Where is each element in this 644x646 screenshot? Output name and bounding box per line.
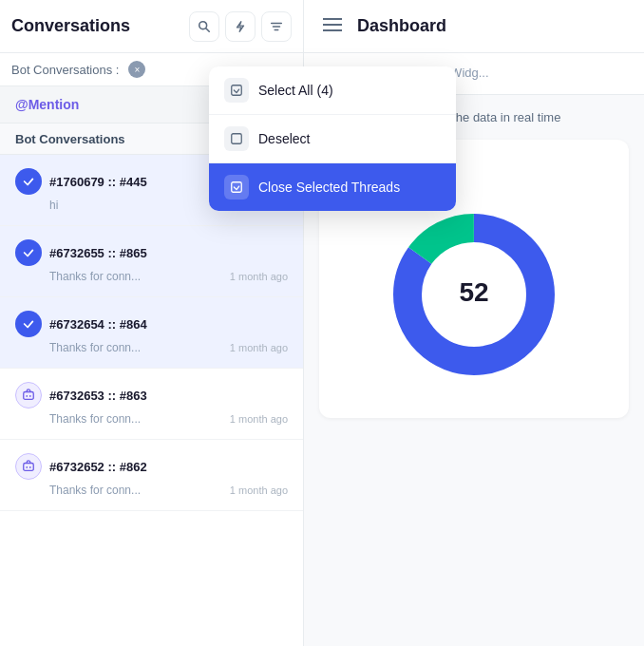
conversation-id: #6732653 :: #863 [49,389,288,403]
filter-button[interactable] [261,11,292,42]
avatar [15,382,42,408]
svg-line-1 [206,28,210,31]
list-item[interactable]: #6732652 :: #862 Thanks for conn... 1 mo… [0,440,303,511]
conversation-id: #6732654 :: #864 [49,317,288,332]
dashboard-title: Dashboard [357,16,446,36]
avatar [15,168,42,195]
svg-rect-8 [24,464,34,471]
hamburger-icon[interactable] [323,16,342,36]
conversation-preview: Thanks for conn... [49,341,141,354]
svg-rect-13 [232,86,242,96]
dropdown-item-label-1: Deselect [258,131,310,146]
conversation-time: 1 month ago [230,484,288,496]
bot-conversations-title: Bot Conversations [15,132,125,146]
svg-point-7 [29,395,31,397]
lightning-button[interactable] [225,11,256,42]
list-item[interactable]: #6732655 :: #865 Thanks for conn... 1 mo… [0,226,303,297]
dropdown-item-icon-1 [224,126,249,151]
svg-point-9 [26,466,28,468]
dropdown-item-label-0: Select All (4) [258,83,333,98]
conversation-id: #6732655 :: #865 [49,246,288,260]
svg-point-6 [26,395,28,397]
search-button[interactable] [189,11,219,42]
dropdown-item-icon-0 [224,78,249,103]
dropdown-item-1[interactable]: Deselect [209,115,456,163]
dropdown-item-label-2: Close Selected Threads [258,180,400,195]
conversation-time: 1 month ago [230,342,288,353]
conversation-id: #6732652 :: #862 [49,460,288,474]
conversation-time: 1 month ago [230,271,288,282]
dropdown-menu: Select All (4)DeselectClose Selected Thr… [209,66,456,211]
conversation-time: 1 month ago [230,413,288,425]
conversation-preview: hi [49,199,58,212]
dropdown-item-2[interactable]: Close Selected Threads [209,163,456,211]
chart-center-value: 52 [459,277,488,307]
dropdown-item-0[interactable]: Select All (4) [209,66,456,115]
filter-close-button[interactable]: × [128,61,145,78]
mention-label: @Mention [15,97,79,112]
dropdown-item-icon-2 [224,175,249,200]
conversations-title: Conversations [11,16,189,36]
list-item[interactable]: #6732654 :: #864 Thanks for conn... 1 mo… [0,297,303,369]
svg-rect-14 [232,134,242,144]
conversation-list: #1760679 :: #445 Sup... hi 3 days ago #6… [0,155,303,646]
conversation-preview: Thanks for conn... [49,270,141,283]
svg-point-10 [29,466,31,468]
conversation-preview: Thanks for conn... [49,412,141,426]
svg-rect-5 [24,392,34,400]
sidebar-header: Conversations [0,0,304,52]
header-action-icons [189,11,292,42]
donut-chart: 52 [338,190,610,399]
avatar [15,453,42,480]
avatar [15,239,42,266]
svg-rect-15 [232,182,242,193]
avatar [15,311,42,337]
dashboard-header: Dashboard [304,0,644,52]
list-item[interactable]: #6732653 :: #863 Thanks for conn... 1 mo… [0,369,303,440]
filter-label: Bot Conversations : [11,63,119,77]
app-header: Conversations [0,0,644,53]
conversation-preview: Thanks for conn... [49,484,141,497]
